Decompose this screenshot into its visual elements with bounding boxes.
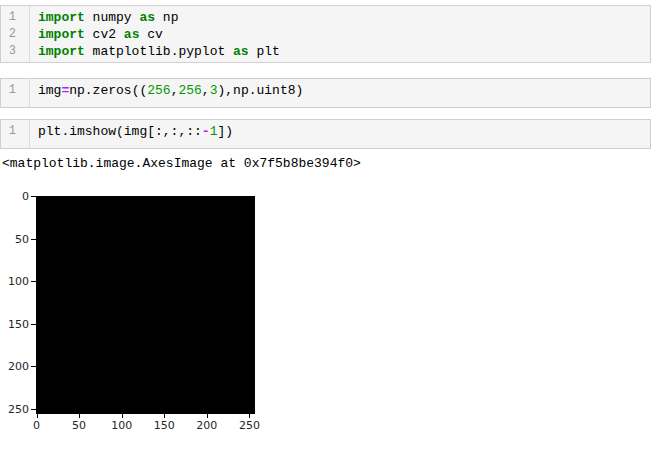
code-token-keyword: as xyxy=(139,10,155,25)
code-editor[interactable]: import numpy as npimport cv2 as cvimport… xyxy=(30,6,650,62)
y-tick-mark xyxy=(31,196,36,197)
x-tick-mark xyxy=(249,414,250,418)
y-tick-label: 100 xyxy=(0,275,29,288)
y-tick-mark xyxy=(31,239,36,240)
execution-result-text: <matplotlib.image.AxesImage at 0x7f5b8be… xyxy=(2,156,361,171)
code-line[interactable]: plt.imshow(img[:,:,::-1]) xyxy=(38,123,650,140)
code-line[interactable]: img=np.zeros((256,256,3),np.uint8) xyxy=(38,82,650,99)
code-line[interactable]: import matplotlib.pyplot as plt xyxy=(38,43,650,60)
code-token-plain: cv xyxy=(139,27,162,42)
code-token-number: 256 xyxy=(147,83,170,98)
code-token-plain: ),np.uint8) xyxy=(217,83,303,98)
y-tick-label: 200 xyxy=(0,360,29,373)
line-number: 1 xyxy=(1,9,29,26)
line-number: 1 xyxy=(1,123,29,140)
imshow-black-image xyxy=(36,196,255,414)
x-tick-label: 50 xyxy=(59,419,99,432)
line-number-gutter: 1 xyxy=(1,79,30,107)
code-cell-create-image[interactable]: 1 img=np.zeros((256,256,3),np.uint8) xyxy=(0,78,651,108)
matplotlib-figure: 050100150200250 050100150200250 xyxy=(0,190,285,445)
code-token-keyword: import xyxy=(38,10,85,25)
code-editor[interactable]: plt.imshow(img[:,:,::-1]) xyxy=(30,120,650,148)
code-editor[interactable]: img=np.zeros((256,256,3),np.uint8) xyxy=(30,79,650,107)
code-token-plain: np xyxy=(155,10,178,25)
x-tick-label: 200 xyxy=(187,419,227,432)
code-token-operator: - xyxy=(202,124,210,139)
code-line[interactable]: import numpy as np xyxy=(38,9,650,26)
notebook-page: { "notebook": { "cells": [ { "name": "im… xyxy=(0,0,651,451)
code-token-plain: cv2 xyxy=(85,27,124,42)
y-tick-label: 50 xyxy=(0,233,29,246)
line-number: 3 xyxy=(1,43,29,60)
line-number-gutter: 1 xyxy=(1,120,30,148)
y-tick-label: 250 xyxy=(0,403,29,416)
code-token-plain: plt.imshow(img[:,:,:: xyxy=(38,124,202,139)
code-token-plain: ]) xyxy=(217,124,233,139)
x-tick-mark xyxy=(207,414,208,418)
code-token-keyword: as xyxy=(233,44,249,59)
x-tick-label: 100 xyxy=(102,419,142,432)
code-token-plain: numpy xyxy=(85,10,140,25)
code-token-keyword: as xyxy=(124,27,140,42)
code-token-keyword: import xyxy=(38,27,85,42)
x-tick-label: 150 xyxy=(144,419,184,432)
code-token-plain: img xyxy=(38,83,61,98)
y-tick-mark xyxy=(31,409,36,410)
code-cell-imports[interactable]: 123 import numpy as npimport cv2 as cvim… xyxy=(0,5,651,63)
code-token-number: 256 xyxy=(178,83,201,98)
code-token-plain: np.zeros(( xyxy=(69,83,147,98)
code-token-plain: , xyxy=(202,83,210,98)
y-tick-label: 150 xyxy=(0,318,29,331)
line-number-gutter: 123 xyxy=(1,6,30,62)
code-cell-imshow[interactable]: 1 plt.imshow(img[:,:,::-1]) xyxy=(0,119,651,149)
code-token-keyword: import xyxy=(38,44,85,59)
y-tick-mark xyxy=(31,281,36,282)
x-tick-mark xyxy=(122,414,123,418)
y-tick-label: 0 xyxy=(0,190,29,203)
x-tick-mark xyxy=(79,414,80,418)
line-number: 2 xyxy=(1,26,29,43)
x-tick-label: 250 xyxy=(229,419,269,432)
code-line[interactable]: import cv2 as cv xyxy=(38,26,650,43)
x-tick-label: 0 xyxy=(17,419,57,432)
code-token-plain: plt xyxy=(249,44,280,59)
y-tick-mark xyxy=(31,366,36,367)
y-tick-mark xyxy=(31,324,36,325)
line-number: 1 xyxy=(1,82,29,99)
x-tick-mark xyxy=(164,414,165,418)
code-token-plain: matplotlib.pyplot xyxy=(85,44,233,59)
x-tick-mark xyxy=(37,414,38,418)
